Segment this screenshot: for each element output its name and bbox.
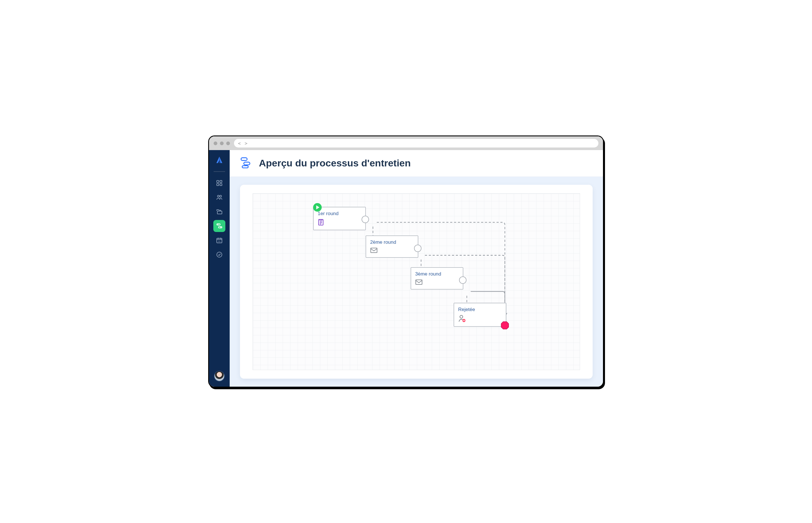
diagram-canvas[interactable]: 1er round — [253, 193, 580, 370]
svg-point-4 — [217, 195, 219, 197]
workflow-node-round1[interactable]: 1er round — [313, 207, 366, 230]
start-badge-icon — [313, 203, 322, 212]
svg-rect-2 — [217, 184, 219, 186]
connector-port[interactable] — [459, 276, 466, 284]
sidebar-item-folders[interactable] — [213, 206, 225, 218]
connector-port[interactable] — [362, 216, 369, 223]
user-avatar[interactable] — [214, 371, 225, 381]
envelope-icon — [370, 248, 414, 254]
workflow-node-round3[interactable]: 3ème round — [411, 267, 463, 290]
workflow-node-round2[interactable]: 2ème round — [366, 235, 418, 258]
svg-rect-0 — [217, 180, 219, 182]
sidebar-divider — [213, 171, 225, 172]
svg-rect-12 — [244, 162, 250, 165]
window-dot[interactable] — [226, 142, 230, 145]
svg-rect-6 — [217, 211, 222, 214]
sidebar-item-workflow[interactable] — [213, 220, 225, 232]
node-title: 2ème round — [370, 239, 414, 245]
calendar-day: 31 — [218, 240, 221, 242]
page-header: Aperçu du processus d'entretien — [230, 150, 603, 177]
content-area: 1er round — [230, 177, 603, 387]
svg-rect-3 — [220, 184, 222, 186]
envelope-icon — [415, 279, 459, 286]
node-title: Rejetée — [458, 307, 502, 312]
svg-rect-13 — [242, 166, 248, 168]
node-title: 3ème round — [415, 271, 459, 277]
window-dots — [213, 142, 230, 145]
sidebar-item-dashboard[interactable] — [213, 177, 225, 189]
connector-port[interactable] — [414, 245, 421, 252]
svg-rect-15 — [371, 248, 377, 253]
svg-rect-16 — [416, 280, 422, 284]
browser-chrome: < > — [209, 136, 603, 150]
app-logo[interactable] — [209, 154, 230, 167]
svg-point-10 — [217, 252, 222, 257]
sidebar: 31 — [209, 150, 230, 387]
node-title: 1er round — [318, 211, 361, 217]
svg-point-17 — [460, 315, 463, 318]
svg-rect-11 — [241, 158, 247, 161]
page-title: Aperçu du processus d'entretien — [259, 158, 411, 169]
stop-badge-icon — [501, 321, 509, 330]
svg-rect-19 — [463, 320, 465, 321]
app-shell: 31 Aperçu du pr — [209, 150, 603, 387]
nav-arrows-icon[interactable]: < > — [238, 141, 248, 146]
svg-marker-20 — [501, 322, 508, 329]
canvas-card: 1er round — [240, 185, 593, 379]
window-dot[interactable] — [213, 142, 217, 145]
svg-rect-1 — [220, 180, 222, 182]
sidebar-item-people[interactable] — [213, 191, 225, 203]
workflow-icon — [239, 156, 253, 170]
browser-frame: < > — [208, 136, 604, 387]
user-remove-icon — [458, 315, 502, 323]
sidebar-item-calendar[interactable]: 31 — [213, 234, 225, 246]
svg-point-5 — [220, 195, 221, 197]
workflow-node-rejected[interactable]: Rejetée — [454, 303, 506, 327]
form-icon — [318, 219, 361, 227]
address-bar[interactable]: < > — [234, 139, 599, 147]
main-area: Aperçu du processus d'entretien — [230, 150, 603, 387]
window-dot[interactable] — [220, 142, 224, 145]
sidebar-item-tasks[interactable] — [213, 249, 225, 260]
